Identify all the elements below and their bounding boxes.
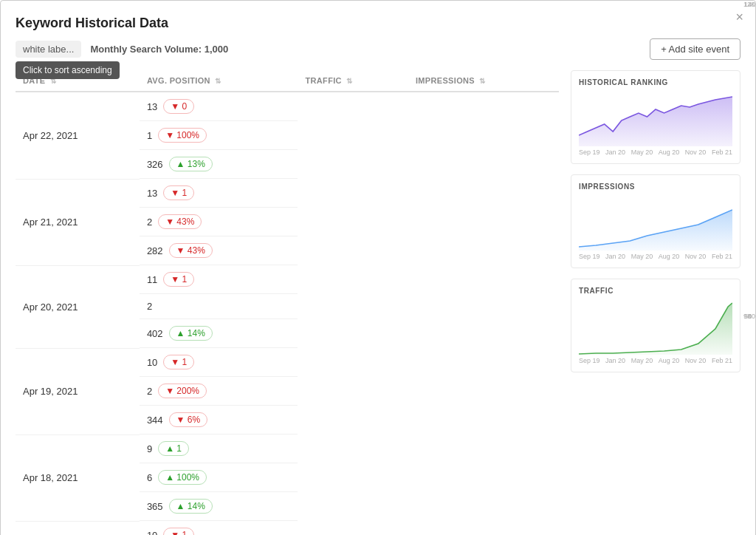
position-change-badge: ▼ 0 bbox=[163, 99, 194, 114]
impressions-value: 326 bbox=[147, 159, 163, 170]
cell-traffic: 2▼ 200% bbox=[140, 377, 298, 406]
position-value: 13 bbox=[147, 188, 157, 199]
impressions-change-badge: ▲ 13% bbox=[169, 157, 213, 171]
cell-traffic: 6▲ 100% bbox=[140, 463, 298, 492]
traffic-change-badge: ▼ 200% bbox=[158, 384, 207, 398]
table-row: Apr 22, 202113▼ 01▼ 100%326▲ 13% bbox=[16, 92, 559, 179]
cell-date: Apr 21, 2021 bbox=[16, 179, 140, 265]
cell-avg-position: 10▼ 1 bbox=[140, 348, 298, 377]
modal-title: Keyword Historical Data bbox=[16, 16, 740, 31]
traffic-change-badge: ▲ 100% bbox=[158, 470, 207, 485]
sort-icon-position: ⇅ bbox=[215, 77, 221, 85]
ranking-x-labels: Sep 19Jan 20May 20Aug 20Nov 20Feb 21 bbox=[579, 149, 732, 156]
cell-impressions: 344▼ 6% bbox=[140, 406, 298, 435]
traffic-y-labels: 403020100 bbox=[748, 1, 755, 535]
impressions-value: 282 bbox=[147, 245, 163, 256]
position-value: 10 bbox=[147, 530, 157, 536]
position-value: 9 bbox=[147, 443, 152, 454]
cell-date: Apr 20, 2021 bbox=[16, 265, 140, 348]
cell-avg-position: 11▼ 1 bbox=[140, 265, 298, 294]
impressions-x-labels: Sep 19Jan 20May 20Aug 20Nov 20Feb 21 bbox=[579, 253, 732, 260]
svg-marker-0 bbox=[579, 97, 732, 146]
table-section: DATE ⇅ AVG. Position ⇅ TRAFFIC ⇅ IMPRESS… bbox=[16, 70, 559, 535]
traffic-change-badge: ▼ 100% bbox=[158, 128, 207, 143]
traffic-chart: TRAFFIC bbox=[571, 279, 740, 372]
historical-ranking-chart: HISTORICAL RANKING bbox=[571, 70, 740, 164]
impressions-value: 402 bbox=[147, 328, 163, 339]
table-row: Apr 19, 202110▼ 12▼ 200%344▼ 6% bbox=[16, 348, 559, 435]
traffic-value: 2 bbox=[147, 217, 152, 228]
add-site-event-button[interactable]: + Add site event bbox=[650, 38, 740, 60]
table-row: Apr 20, 202111▼ 12402▲ 14% bbox=[16, 265, 559, 348]
position-change-badge: ▼ 1 bbox=[163, 528, 194, 535]
cell-impressions: 326▲ 13% bbox=[140, 150, 298, 179]
col-traffic[interactable]: TRAFFIC ⇅ bbox=[298, 70, 408, 92]
cell-avg-position: 13▼ 1 bbox=[140, 179, 298, 208]
position-value: 13 bbox=[147, 101, 157, 112]
cell-date: Apr 19, 2021 bbox=[16, 348, 140, 435]
impressions-change-badge: ▼ 6% bbox=[169, 412, 208, 427]
cell-avg-position: 10▼ 1 bbox=[140, 521, 298, 535]
position-value: 10 bbox=[147, 357, 157, 368]
keyword-label: white labe... bbox=[23, 44, 74, 55]
main-content: DATE ⇅ AVG. Position ⇅ TRAFFIC ⇅ IMPRESS… bbox=[16, 70, 740, 535]
impressions-value: 365 bbox=[147, 501, 163, 512]
impressions-change-badge: ▲ 14% bbox=[169, 499, 213, 514]
cell-avg-position: 9▲ 1 bbox=[140, 435, 298, 463]
cell-date: Apr 18, 2021 bbox=[16, 435, 140, 521]
monthly-search-volume: Monthly Search Volume: 1,000 bbox=[90, 44, 228, 55]
header-row: white labe... Click to sort ascending Mo… bbox=[16, 38, 740, 60]
impressions-change-badge: ▼ 43% bbox=[169, 243, 213, 258]
data-table: DATE ⇅ AVG. Position ⇅ TRAFFIC ⇅ IMPRESS… bbox=[16, 70, 559, 535]
col-impressions[interactable]: IMPRESSIONS ⇅ bbox=[408, 70, 559, 92]
position-change-badge: ▼ 1 bbox=[163, 355, 194, 369]
cell-traffic: 2 bbox=[140, 294, 298, 319]
traffic-value: 1 bbox=[147, 130, 152, 141]
impressions-value: 344 bbox=[147, 415, 163, 426]
col-avg-position[interactable]: AVG. Position ⇅ bbox=[140, 70, 298, 92]
cell-impressions: 365▲ 14% bbox=[140, 492, 298, 521]
position-change-badge: ▲ 1 bbox=[158, 441, 189, 456]
cell-impressions: 282▼ 43% bbox=[140, 236, 298, 265]
cell-impressions: 402▲ 14% bbox=[140, 319, 298, 348]
traffic-x-labels: Sep 19Jan 20May 20Aug 20Nov 20Feb 21 bbox=[579, 357, 732, 364]
cell-traffic: 1▼ 100% bbox=[140, 121, 298, 150]
svg-marker-2 bbox=[579, 303, 732, 355]
traffic-value: 2 bbox=[147, 386, 152, 397]
traffic-change-badge: ▼ 43% bbox=[158, 214, 202, 229]
position-value: 11 bbox=[147, 274, 157, 285]
position-change-badge: ▼ 1 bbox=[163, 272, 194, 287]
impressions-change-badge: ▲ 14% bbox=[169, 326, 213, 341]
cell-traffic: 2▼ 43% bbox=[140, 208, 298, 236]
cell-avg-position: 13▼ 0 bbox=[140, 92, 298, 121]
table-row: Apr 18, 20219▲ 16▲ 100%365▲ 14% bbox=[16, 435, 559, 521]
sort-icon-impressions: ⇅ bbox=[479, 77, 485, 85]
traffic-value: 2 bbox=[147, 301, 152, 312]
keyword-tag[interactable]: white labe... Click to sort ascending bbox=[16, 41, 81, 58]
historical-ranking-title: HISTORICAL RANKING bbox=[579, 78, 732, 86]
cell-date: Apr 17, 2021 bbox=[16, 521, 140, 535]
close-button[interactable]: × bbox=[735, 10, 743, 25]
table-row: Apr 21, 202113▼ 12▼ 43%282▼ 43% bbox=[16, 179, 559, 265]
modal: × Keyword Historical Data white labe... … bbox=[0, 0, 756, 535]
sort-icon-traffic: ⇅ bbox=[346, 77, 352, 85]
right-panel: HISTORICAL RANKING bbox=[571, 70, 740, 535]
cell-date: Apr 22, 2021 bbox=[16, 92, 140, 179]
impressions-chart-title: IMPRESSIONS bbox=[579, 183, 732, 191]
traffic-chart-title: TRAFFIC bbox=[579, 287, 732, 295]
sort-tooltip: Click to sort ascending bbox=[16, 61, 120, 79]
table-row: Apr 17, 202110▼ 10▼ NaN%314▲ 5% bbox=[16, 521, 559, 535]
impressions-chart: IMPRESSIONS bbox=[571, 174, 740, 268]
position-change-badge: ▼ 1 bbox=[163, 185, 194, 200]
traffic-value: 6 bbox=[147, 472, 152, 483]
